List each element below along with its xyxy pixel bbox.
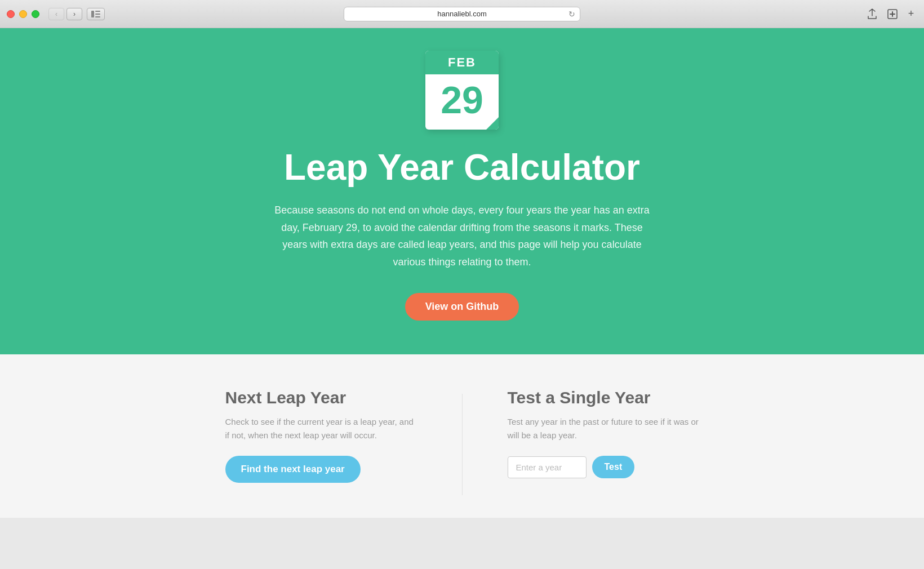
next-leap-year-description: Check to see if the current year is a le… — [225, 415, 417, 442]
add-tab-button[interactable]: + — [905, 8, 917, 20]
new-tab-button[interactable] — [885, 8, 900, 20]
svg-rect-0 — [91, 11, 94, 17]
traffic-lights — [7, 10, 39, 18]
test-button[interactable]: Test — [592, 456, 635, 478]
test-single-year-description: Test any year in the past or future to s… — [508, 415, 699, 442]
section-divider — [462, 394, 463, 495]
url-text: hannaliebl.com — [437, 10, 486, 18]
back-button[interactable]: ‹ — [48, 8, 64, 20]
address-bar[interactable]: hannaliebl.com ↻ — [344, 7, 580, 21]
minimize-button[interactable] — [19, 10, 27, 18]
calendar-icon: FEB 29 — [425, 51, 499, 130]
svg-rect-1 — [95, 11, 100, 12]
share-button[interactable] — [864, 8, 880, 20]
test-single-year-title: Test a Single Year — [508, 388, 699, 407]
content-section: Next Leap Year Check to see if the curre… — [0, 354, 924, 518]
calendar-body: 29 — [425, 74, 499, 125]
next-leap-year-title: Next Leap Year — [225, 388, 417, 407]
nav-buttons: ‹ › — [48, 8, 82, 20]
year-input[interactable] — [508, 456, 587, 478]
svg-rect-3 — [95, 16, 100, 17]
svg-rect-6 — [890, 14, 895, 15]
svg-rect-2 — [95, 14, 100, 15]
hero-section: FEB 29 Leap Year Calculator Because seas… — [0, 28, 924, 354]
hero-title: Leap Year Calculator — [284, 146, 640, 188]
sidebar-toggle-button[interactable] — [87, 8, 105, 20]
calendar-header: FEB — [425, 51, 499, 74]
hero-description: Because seasons do not end on whole days… — [268, 202, 656, 270]
toolbar-right: + — [864, 8, 917, 20]
test-single-year-block: Test a Single Year Test any year in the … — [508, 388, 699, 495]
next-leap-year-block: Next Leap Year Check to see if the curre… — [225, 388, 417, 495]
forward-button[interactable]: › — [66, 8, 82, 20]
calendar-month: FEB — [448, 55, 476, 69]
calendar-day: 29 — [441, 81, 483, 119]
find-next-leap-year-button[interactable]: Find the next leap year — [225, 456, 361, 483]
maximize-button[interactable] — [32, 10, 39, 18]
github-button[interactable]: View on Github — [405, 293, 519, 321]
year-input-group: Test — [508, 456, 699, 478]
browser-chrome: ‹ › hannaliebl.com ↻ + — [0, 0, 924, 28]
close-button[interactable] — [7, 10, 15, 18]
refresh-icon[interactable]: ↻ — [568, 10, 575, 19]
